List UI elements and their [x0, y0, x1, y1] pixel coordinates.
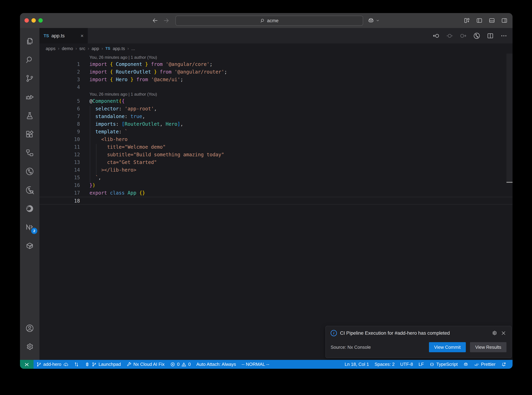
- next-change-icon[interactable]: [460, 32, 467, 39]
- notification-close-icon[interactable]: [500, 330, 506, 336]
- status-eol[interactable]: LF: [416, 360, 427, 369]
- activity-bar-nx-console[interactable]: 2: [20, 218, 39, 236]
- status-git-branch[interactable]: add-hero: [33, 360, 71, 369]
- command-center-search[interactable]: acme: [176, 16, 363, 26]
- close-tab-icon[interactable]: ×: [81, 33, 84, 38]
- go-forward-icon[interactable]: [163, 17, 169, 24]
- code-token: import: [90, 61, 107, 67]
- line-number: 9: [39, 128, 90, 136]
- code-line-content: import { Component } from '@angular/core…: [90, 60, 212, 68]
- search-value: acme: [267, 18, 279, 23]
- copilot-icon[interactable]: [367, 17, 374, 24]
- toggle-primary-sidebar-icon[interactable]: [476, 17, 483, 24]
- go-back-icon[interactable]: [152, 17, 158, 24]
- more-actions-icon[interactable]: [500, 32, 507, 39]
- code-line-16[interactable]: 16}): [39, 181, 513, 189]
- breadcrumb-item--[interactable]: ...: [131, 46, 135, 51]
- code-line-18[interactable]: 18: [39, 197, 513, 204]
- activity-bar-gitlens[interactable]: [20, 162, 39, 181]
- status-encoding[interactable]: UTF-8: [397, 360, 416, 369]
- status-prettier[interactable]: Prettier: [471, 360, 498, 369]
- activity-bar-extensions[interactable]: [20, 125, 39, 143]
- blame-annotation[interactable]: 0You, 26 minutes ago | 1 author (You): [39, 91, 513, 97]
- rocket-icon: [85, 362, 90, 367]
- tab-app-ts[interactable]: TS app.ts ×: [39, 28, 88, 44]
- code-line-8[interactable]: 8 imports: [RouterOutlet, Hero],: [39, 120, 513, 128]
- code-line-2[interactable]: 2import { RouterOutlet } from '@angular/…: [39, 68, 513, 76]
- code-line-15[interactable]: 15 `,: [39, 174, 513, 181]
- warning-icon: [181, 362, 186, 367]
- status-auto-attach[interactable]: Auto Attach: Always: [193, 360, 239, 369]
- breadcrumb-item-src[interactable]: src: [79, 46, 85, 51]
- code-line-7[interactable]: 7 standalone: true,: [39, 113, 513, 120]
- zoom-window-button[interactable]: [38, 18, 43, 23]
- toggle-panel-icon[interactable]: [489, 17, 495, 24]
- copilot-menu[interactable]: [367, 13, 380, 28]
- code-line-11[interactable]: 11 title="Welcmoe demo": [39, 143, 513, 151]
- status-remote-indicator[interactable]: [20, 360, 33, 369]
- code-line-5[interactable]: 5@Component({: [39, 97, 513, 105]
- status-language-mode[interactable]: {}TypeScript: [427, 360, 460, 369]
- code-line-9[interactable]: 9 template: `: [39, 128, 513, 136]
- view-commit-button[interactable]: View Commit: [429, 342, 466, 352]
- line-number: 15: [39, 174, 90, 181]
- code-line-1[interactable]: 1import { Component } from '@angular/cor…: [39, 60, 513, 68]
- editor-scrollbar[interactable]: [506, 54, 513, 360]
- toggle-secondary-sidebar-icon[interactable]: [501, 17, 508, 24]
- code-line-3[interactable]: 3import { Hero } from '@acme/ui';: [39, 76, 513, 83]
- accounts-icon: [25, 324, 34, 333]
- code-line-4[interactable]: 4: [39, 83, 513, 91]
- status-cursor-position[interactable]: Ln 18, Col 1: [342, 360, 372, 369]
- code-line-12[interactable]: 12 subtitle="Build something amazing tod…: [39, 151, 513, 159]
- chevron-down-icon[interactable]: [376, 19, 380, 22]
- breadcrumb-item-app[interactable]: app: [91, 46, 99, 51]
- status-notifications-bell[interactable]: [498, 360, 509, 369]
- activity-bar-type-hierarchy[interactable]: [20, 143, 39, 162]
- code-token: :: [116, 121, 122, 127]
- activity-bar-testing[interactable]: [20, 106, 39, 125]
- activity-bar-settings[interactable]: [20, 337, 39, 356]
- status-problems[interactable]: 00: [167, 360, 193, 369]
- blame-annotation[interactable]: 0You, 26 minutes ago | 1 author (You): [39, 54, 513, 60]
- customize-layout-icon[interactable]: [463, 17, 470, 24]
- split-editor-icon[interactable]: [487, 32, 494, 39]
- status-nx-cloud-ai-fix[interactable]: Nx Cloud AI Fix: [124, 360, 167, 369]
- editor-pane[interactable]: 0You, 26 minutes ago | 1 author (You)1im…: [39, 54, 513, 360]
- run-and-debug-icon: [25, 93, 34, 102]
- activity-bar-containers[interactable]: [20, 236, 39, 255]
- activity-bar-explorer[interactable]: [20, 32, 39, 50]
- view-results-button[interactable]: View Results: [470, 342, 506, 352]
- code-line-6[interactable]: 6 selector: 'app-root',: [39, 105, 513, 113]
- code-token: imports: [95, 121, 116, 127]
- scrollbar-thumb[interactable]: [506, 54, 513, 182]
- status-commit-graph[interactable]: [71, 360, 82, 369]
- status-vim-mode[interactable]: -- NORMAL --: [239, 360, 272, 369]
- close-window-button[interactable]: [25, 18, 29, 23]
- previous-change-icon[interactable]: [433, 32, 440, 39]
- activity-bar-run-and-debug[interactable]: [20, 88, 39, 106]
- notification-settings-gear-icon[interactable]: [492, 330, 497, 336]
- branch-icon: [36, 362, 42, 367]
- breadcrumb-item-app-ts[interactable]: app.ts: [113, 46, 125, 51]
- current-change-icon[interactable]: [446, 32, 453, 39]
- code-token: cta="Get Started": [90, 159, 157, 165]
- code-line-13[interactable]: 13 cta="Get Started": [39, 159, 513, 166]
- activity-bar-edge-browser[interactable]: [20, 199, 39, 218]
- activity-bar-search[interactable]: [20, 50, 39, 69]
- activity-bar-gitlens-inspect[interactable]: [20, 181, 39, 199]
- activity-bar-accounts[interactable]: [20, 319, 39, 337]
- code-line-content: ></lib-hero>: [90, 166, 136, 174]
- code-line-14[interactable]: 14 ></lib-hero>: [39, 166, 513, 174]
- gitlens-graph-icon[interactable]: [473, 32, 480, 39]
- activity-bar-source-control[interactable]: [20, 69, 39, 88]
- status-indentation[interactable]: Spaces: 2: [372, 360, 398, 369]
- breadcrumb-item-demo[interactable]: demo: [62, 46, 73, 51]
- status-copilot[interactable]: [460, 360, 471, 369]
- minimize-window-button[interactable]: [32, 18, 36, 23]
- breadcrumb-item-apps[interactable]: apps: [46, 46, 55, 51]
- breadcrumb[interactable]: apps›demo›src›app›TSapp.ts›...: [39, 44, 513, 54]
- status-launchpad[interactable]: Launchpad: [82, 360, 124, 369]
- code-line-10[interactable]: 10 <lib-hero: [39, 136, 513, 143]
- code-token: ;: [224, 69, 227, 75]
- code-line-17[interactable]: 17export class App {}: [39, 189, 513, 197]
